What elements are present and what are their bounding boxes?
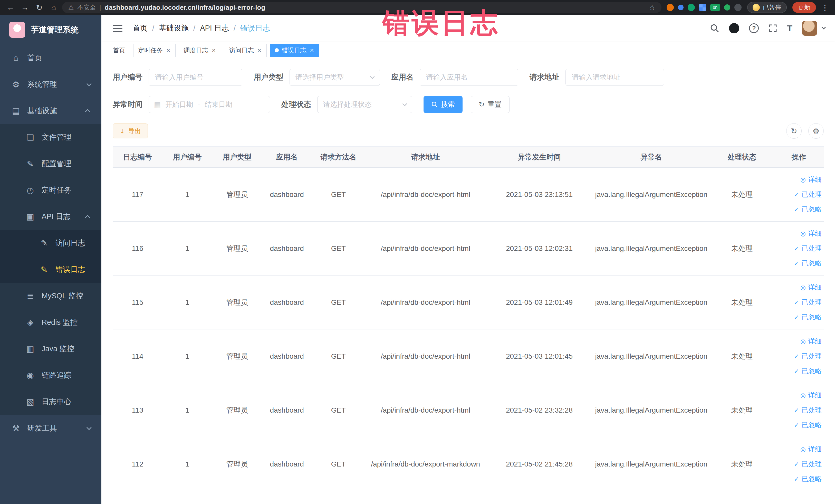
sidebar-item-mysql-monitor[interactable]: ≣ MySQL 监控 (0, 283, 101, 309)
sidebar-item-tracing[interactable]: ◉ 链路追踪 (0, 362, 101, 388)
close-icon[interactable]: × (211, 47, 216, 54)
address-divider: | (100, 4, 101, 11)
forward-icon[interactable]: → (19, 2, 31, 13)
sidebar-item-java-monitor[interactable]: ▥ Java 监控 (0, 336, 101, 362)
processed-link[interactable]: ✓已处理 (776, 349, 822, 364)
bookmark-star-icon[interactable]: ☆ (649, 3, 655, 12)
breadcrumb-api-log[interactable]: API 日志 (200, 23, 229, 33)
app-name-input[interactable] (420, 69, 518, 86)
sidebar-item-file-management[interactable]: ❏ 文件管理 (0, 124, 101, 150)
request-url-input[interactable] (566, 69, 664, 86)
back-icon[interactable]: ← (5, 2, 16, 13)
tab-access-log[interactable]: 访问日志 × (224, 44, 266, 57)
processed-link[interactable]: ✓已处理 (776, 457, 822, 472)
exception-time-range-picker[interactable]: ▦ 开始日期 - 结束日期 (149, 96, 270, 113)
detail-link[interactable]: ◎详细 (776, 334, 822, 349)
eye-icon: ◎ (800, 392, 806, 399)
extension-icon[interactable] (734, 4, 741, 11)
user-type-select[interactable]: 请选择用户类型 (289, 69, 380, 86)
extension-icon[interactable] (724, 4, 730, 11)
font-size-icon[interactable]: T (787, 23, 792, 33)
ignored-link[interactable]: ✓已忽略 (776, 202, 822, 217)
paused-button[interactable]: 已暂停 (747, 2, 787, 13)
cell-exception-time: 2021-05-03 12:01:49 (486, 276, 593, 329)
help-icon[interactable]: ? (749, 23, 759, 33)
search-icon[interactable] (710, 24, 719, 33)
sidebar-item-config-management[interactable]: ✎ 配置管理 (0, 150, 101, 177)
column-settings-button[interactable]: ⚙ (808, 123, 824, 139)
tab-home[interactable]: 首页 (108, 44, 130, 57)
tab-cron-jobs[interactable]: 定时任务 × (133, 44, 176, 57)
process-status-select[interactable]: 请选择处理状态 (317, 96, 412, 113)
cell-app-name: dashboard (262, 168, 312, 222)
detail-link[interactable]: ◎详细 (776, 280, 822, 295)
extension-icon[interactable] (678, 5, 684, 10)
extension-on-icon[interactable]: on (710, 4, 720, 11)
detail-link[interactable]: ◎详细 (776, 388, 822, 403)
close-icon[interactable]: × (166, 47, 171, 54)
app-logo[interactable]: 芋道管理系统 (0, 15, 101, 45)
detail-label: 详细 (808, 175, 822, 184)
sidebar-item-dev-tools[interactable]: ⚒ 研发工具 (0, 415, 101, 441)
processed-link[interactable]: ✓已处理 (776, 403, 822, 418)
cell-log-id: 114 (113, 329, 162, 383)
sidebar-item-infrastructure[interactable]: ▤ 基础设施 (0, 98, 101, 124)
sidebar-item-api-log[interactable]: ▣ API 日志 (0, 203, 101, 230)
extension-icon[interactable] (667, 4, 674, 11)
caret-down-icon[interactable] (822, 25, 826, 29)
calendar-icon: ▦ (154, 100, 161, 109)
refresh-button[interactable]: ↻ (786, 123, 802, 139)
sidebar-item-error-log[interactable]: ✎ 错误日志 (0, 256, 101, 283)
ignored-link[interactable]: ✓已忽略 (776, 256, 822, 271)
sidebar-item-redis-monitor[interactable]: ◈ Redis 监控 (0, 309, 101, 336)
detail-link[interactable]: ◎详细 (776, 442, 822, 457)
extension-icon[interactable] (688, 4, 695, 11)
reset-button[interactable]: ↻ 重置 (471, 96, 510, 113)
extension-icon[interactable] (699, 4, 706, 11)
sidebar-item-system[interactable]: ⚙ 系统管理 (0, 71, 101, 98)
processed-link[interactable]: ✓已处理 (776, 295, 822, 310)
chevron-down-icon (402, 101, 407, 106)
ignored-link[interactable]: ✓已忽略 (776, 472, 822, 486)
fullscreen-icon[interactable] (769, 24, 777, 33)
check-icon: ✓ (794, 476, 799, 483)
cell-method: GET (312, 276, 365, 329)
user-id-input[interactable] (149, 69, 242, 86)
tab-error-log[interactable]: 错误日志 × (270, 44, 319, 57)
ignored-link[interactable]: ✓已忽略 (776, 364, 822, 379)
export-button[interactable]: ↧ 导出 (113, 123, 148, 138)
github-icon[interactable] (729, 23, 739, 33)
address-bar[interactable]: ⚠ 不安全 | dashboard.yudao.iocoder.cn/infra… (62, 2, 661, 13)
detail-link[interactable]: ◎详细 (776, 226, 822, 241)
sidebar-item-label: 基础设施 (27, 106, 57, 116)
cell-exception-name: java.lang.IllegalArgumentException (593, 276, 710, 329)
processed-link[interactable]: ✓已处理 (776, 241, 822, 256)
home-icon[interactable]: ⌂ (48, 2, 60, 13)
cell-user-type: 管理员 (212, 276, 262, 329)
hamburger-icon[interactable] (111, 23, 124, 33)
breadcrumb-infrastructure[interactable]: 基础设施 (159, 23, 189, 33)
update-button[interactable]: 更新 (792, 2, 816, 13)
tab-schedule-log[interactable]: 调度日志 × (179, 44, 221, 57)
sidebar-item-home[interactable]: ⌂ 首页 (0, 45, 101, 71)
ignored-link[interactable]: ✓已忽略 (776, 418, 822, 432)
close-icon[interactable]: × (257, 47, 262, 54)
check-icon: ✓ (794, 368, 799, 375)
table-row: 117 1 管理员 dashboard GET /api/infra/db-do… (113, 168, 824, 222)
check-icon: ✓ (794, 422, 799, 429)
search-button-label: 搜索 (441, 100, 455, 109)
detail-link[interactable]: ◎详细 (776, 172, 822, 187)
browser-menu-icon[interactable]: ⋮ (821, 3, 829, 12)
search-button[interactable]: 搜索 (424, 96, 463, 113)
breadcrumb-home[interactable]: 首页 (133, 23, 148, 33)
close-icon[interactable]: × (309, 47, 314, 54)
avatar[interactable] (802, 21, 817, 36)
reload-icon[interactable]: ↻ (33, 2, 45, 13)
ignored-link[interactable]: ✓已忽略 (776, 310, 822, 325)
sidebar-item-access-log[interactable]: ✎ 访问日志 (0, 230, 101, 256)
sidebar-item-cron-jobs[interactable]: ◷ 定时任务 (0, 177, 101, 203)
processed-label: 已处理 (802, 406, 822, 415)
cell-exception-time: 2021-05-02 23:32:28 (486, 383, 593, 437)
sidebar-item-log-center[interactable]: ▧ 日志中心 (0, 388, 101, 415)
processed-link[interactable]: ✓已处理 (776, 187, 822, 202)
